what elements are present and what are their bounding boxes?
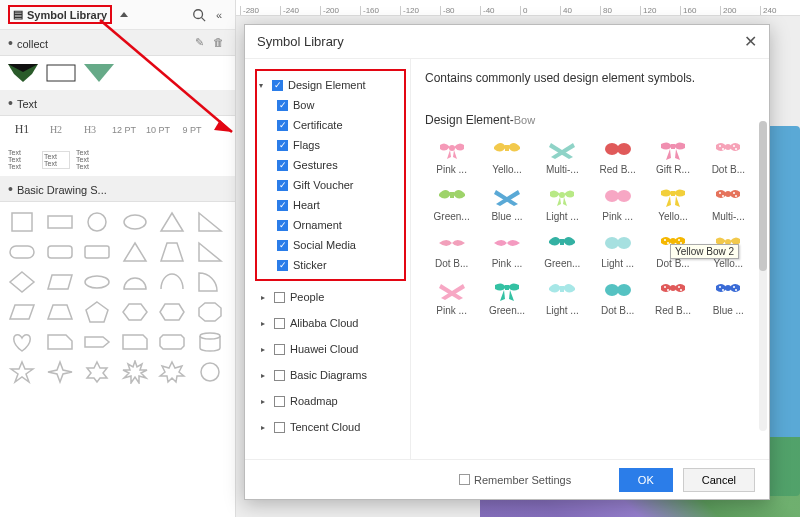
checkbox-icon[interactable] xyxy=(274,370,285,381)
checkbox-icon[interactable] xyxy=(277,200,288,211)
tree-item[interactable]: Heart xyxy=(259,195,402,215)
symbol-item[interactable]: Multi-... xyxy=(537,134,588,179)
shape-roundrect2[interactable] xyxy=(46,240,74,264)
tree-item[interactable]: Gestures xyxy=(259,155,402,175)
shape-ellipse[interactable] xyxy=(121,210,149,234)
text-sample-2[interactable]: TextText xyxy=(42,151,70,169)
shape-roundrect3[interactable] xyxy=(83,240,111,264)
tree-item[interactable]: ▸Roadmap xyxy=(261,391,406,411)
tree-item[interactable]: Gift Voucher xyxy=(259,175,402,195)
scrollbar-thumb[interactable] xyxy=(759,121,767,271)
symbol-item[interactable]: Green... xyxy=(481,275,532,320)
shape-halfcirc[interactable] xyxy=(121,270,149,294)
shape-label[interactable] xyxy=(83,330,111,354)
shape-diamond[interactable] xyxy=(8,270,36,294)
symbol-item[interactable]: Green... xyxy=(537,228,588,273)
expand-icon[interactable]: ▸ xyxy=(261,293,269,302)
tree-design-element[interactable]: ▾ Design Element xyxy=(259,75,402,95)
shape-star7[interactable] xyxy=(158,360,186,384)
tree-item[interactable]: ▸People xyxy=(261,287,406,307)
checkbox-icon[interactable] xyxy=(459,474,470,485)
shape-parallelo[interactable] xyxy=(8,300,36,324)
ok-button[interactable]: OK xyxy=(619,468,673,492)
shape-roundrect[interactable] xyxy=(8,240,36,264)
collapse-sidebar-icon[interactable]: « xyxy=(211,7,227,23)
text-12pt[interactable]: 12 PT xyxy=(110,125,138,135)
expand-icon[interactable]: ▸ xyxy=(261,319,269,328)
checkbox-icon[interactable] xyxy=(277,140,288,151)
text-9pt[interactable]: 9 PT xyxy=(178,125,206,135)
shape-trapezoid[interactable] xyxy=(46,300,74,324)
symbol-item[interactable]: Gift R... xyxy=(647,134,698,179)
shape-parallel[interactable] xyxy=(46,270,74,294)
shape-hexagon[interactable] xyxy=(121,300,149,324)
symbol-item[interactable]: Red B... xyxy=(592,134,643,179)
shape-pentagon[interactable] xyxy=(83,300,111,324)
tree-item[interactable]: ▸Tencent Cloud xyxy=(261,417,406,437)
symbol-item[interactable]: Pink ... xyxy=(426,134,477,179)
tree-item[interactable]: ▸Huawei Cloud xyxy=(261,339,406,359)
checkbox-icon[interactable] xyxy=(274,344,285,355)
shape-rtri2[interactable] xyxy=(196,240,224,264)
shape-arc[interactable] xyxy=(158,270,186,294)
shape-heart[interactable] xyxy=(8,330,36,354)
shape-triangle[interactable] xyxy=(158,210,186,234)
edit-icon[interactable]: ✎ xyxy=(195,36,209,50)
checkbox-icon[interactable] xyxy=(274,396,285,407)
shape-rect[interactable] xyxy=(46,210,74,234)
collect-item-shape[interactable] xyxy=(84,64,114,82)
symbol-item[interactable]: Green... xyxy=(426,181,477,226)
tree-item[interactable]: Ornament xyxy=(259,215,402,235)
shape-burst[interactable] xyxy=(121,360,149,384)
expand-icon[interactable]: ▸ xyxy=(261,397,269,406)
expand-icon[interactable]: ▾ xyxy=(259,81,267,90)
checkbox-icon[interactable] xyxy=(272,80,283,91)
checkbox-icon[interactable] xyxy=(277,160,288,171)
symbol-item[interactable]: Light ... xyxy=(537,181,588,226)
expand-icon[interactable]: ▸ xyxy=(261,371,269,380)
preview-scrollbar[interactable] xyxy=(759,121,767,431)
symbol-item[interactable]: Red B... xyxy=(647,275,698,320)
tree-item[interactable]: Bow xyxy=(259,95,402,115)
symbol-item[interactable]: Light ... xyxy=(592,228,643,273)
symbol-item[interactable]: Yello... xyxy=(481,134,532,179)
checkbox-icon[interactable] xyxy=(277,180,288,191)
heading-h3[interactable]: H3 xyxy=(76,124,104,135)
checkbox-icon[interactable] xyxy=(277,100,288,111)
checkbox-icon[interactable] xyxy=(274,422,285,433)
symbol-library-title[interactable]: ▤ Symbol Library xyxy=(8,5,112,24)
heading-h2[interactable]: H2 xyxy=(42,124,70,135)
shape-cuttri[interactable] xyxy=(158,240,186,264)
shape-quarter[interactable] xyxy=(196,270,224,294)
shape-octagon[interactable] xyxy=(196,300,224,324)
collect-section-header[interactable]: collect ✎ 🗑 xyxy=(0,30,235,56)
tree-item[interactable]: ▸Basic Diagrams xyxy=(261,365,406,385)
symbol-item[interactable]: Dot B... xyxy=(592,275,643,320)
symbol-scroll-area[interactable]: Pink ...Yello...Multi-...Red B...Gift R.… xyxy=(425,133,755,391)
symbol-item[interactable]: Pink ... xyxy=(592,181,643,226)
shape-star5[interactable] xyxy=(8,360,36,384)
collect-item-rect[interactable] xyxy=(46,64,76,82)
text-sample-1[interactable]: TextTextText xyxy=(8,149,36,170)
shape-rtriangle[interactable] xyxy=(196,210,224,234)
tree-item[interactable]: ▸Alibaba Cloud xyxy=(261,313,406,333)
close-icon[interactable]: ✕ xyxy=(744,32,757,51)
checkbox-icon[interactable] xyxy=(274,318,285,329)
shape-cutrect[interactable] xyxy=(121,330,149,354)
symbol-item[interactable]: Dot B... xyxy=(703,134,754,179)
tree-item[interactable]: Social Media xyxy=(259,235,402,255)
tree-item[interactable]: Flags xyxy=(259,135,402,155)
shape-hexagon2[interactable] xyxy=(158,300,186,324)
shape-can[interactable] xyxy=(196,330,224,354)
shape-star4[interactable] xyxy=(46,360,74,384)
symbol-item[interactable]: Pink ... xyxy=(426,275,477,320)
text-sample-3[interactable]: TextTextText xyxy=(76,149,104,170)
shape-triangle2[interactable] xyxy=(121,240,149,264)
checkbox-icon[interactable] xyxy=(277,260,288,271)
tree-item[interactable]: Certificate xyxy=(259,115,402,135)
shape-beveled[interactable] xyxy=(158,330,186,354)
symbol-item[interactable]: Multi-... xyxy=(703,181,754,226)
shape-cutcorner[interactable] xyxy=(46,330,74,354)
checkbox-icon[interactable] xyxy=(277,220,288,231)
delete-icon[interactable]: 🗑 xyxy=(213,36,227,50)
